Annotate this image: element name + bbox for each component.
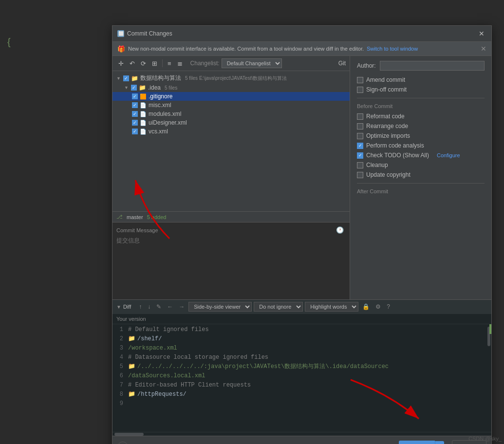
diff-viewer-select[interactable]: Side-by-side viewer [188, 302, 252, 312]
checkbox-vcs[interactable]: ✓ [132, 129, 138, 134]
git-options-panel: Author: Amend commit Sign-off commit Bef… [350, 56, 491, 299]
rearrange-label: Rearrange code [366, 123, 408, 130]
commit-dropdown-button[interactable]: ▾ [435, 441, 444, 444]
tree-item-root[interactable]: ▼ ✓ 📁 数据结构与算法 5 files E:\java\project\JA… [112, 73, 350, 83]
dialog-close-button[interactable]: ✕ [477, 29, 486, 38]
banner-text-container: 🎁 New non-modal commit interface is avai… [117, 45, 418, 53]
author-input[interactable] [380, 61, 485, 71]
banner-close-button[interactable]: ✕ [481, 45, 486, 53]
file-toolbar: ✛ ↶ ⟳ ⊞ ≡ ≣ Changelist: Default Changeli… [112, 56, 350, 71]
optimize-row: Optimize imports [357, 132, 485, 139]
diff-hscrollbar[interactable] [112, 432, 491, 436]
diff-lock-btn[interactable]: 🔒 [360, 302, 372, 311]
diff-down-btn[interactable]: ↓ [146, 302, 152, 311]
tree-hint-idea: 5 files [165, 85, 177, 91]
folder-icon-5: 📁 [128, 362, 135, 371]
amend-checkbox[interactable] [357, 77, 363, 83]
banner-text: New non-modal commit interface is availa… [128, 46, 364, 52]
reformat-checkbox[interactable] [357, 113, 363, 120]
code-line-4: # Datasource local storage ignored files [128, 353, 486, 362]
tree-label-idea: .idea [148, 84, 161, 91]
line-num-9: 9 [112, 399, 126, 408]
copyright-checkbox[interactable] [357, 172, 363, 178]
branch-name: master [127, 214, 143, 220]
changelist-label: Changelist: [190, 60, 220, 67]
tree-item-modules[interactable]: ✓ 📄 modules.xml [112, 110, 350, 118]
diff-settings-btn[interactable]: ⚙ [373, 302, 383, 311]
dialog-icon: ⬜ [117, 30, 124, 37]
commit-button[interactable]: Commit [399, 441, 434, 444]
expand-icon-root: ▼ [116, 76, 121, 81]
checkbox-modules[interactable]: ✓ [132, 111, 138, 117]
tree-item-misc[interactable]: ✓ 📄 misc.xml [112, 101, 350, 110]
diff-panel: ▼ Diff ↑ ↓ ✎ ← → Side-by-side viewer Do … [112, 299, 491, 436]
diff-toolbar: ▼ Diff ↑ ↓ ✎ ← → Side-by-side viewer Do … [112, 300, 491, 314]
collapse-btn[interactable]: ≣ [175, 59, 185, 68]
commit-btn-group: Commit ▾ [399, 441, 444, 444]
signoff-checkbox[interactable] [357, 87, 363, 93]
sep1 [162, 59, 163, 67]
tree-item-gitignore[interactable]: ✓ 🟧 .gitignore [112, 92, 350, 101]
tree-hint-root: 5 files E:\java\project\JAVATest\数据结构与算法 [185, 75, 287, 82]
configure-link[interactable]: Configure [437, 152, 460, 158]
file-icon-misc: 📄 [140, 102, 147, 109]
diff-next-btn[interactable]: → [177, 302, 187, 311]
line-num-4: 4 [112, 353, 126, 362]
tree-item-idea[interactable]: ▼ ✓ 📁 .idea 5 files [112, 83, 350, 92]
line-num-5: 5 [112, 362, 126, 371]
refresh-btn[interactable]: ⟳ [139, 59, 148, 68]
diff-scrollbar[interactable] [486, 324, 491, 432]
checkbox-misc[interactable]: ✓ [132, 102, 138, 108]
diff-help-btn[interactable]: ? [385, 302, 392, 311]
line-num-1: 1 [112, 325, 126, 334]
dialog-title: ⬜ Commit Changes [117, 30, 172, 37]
copyright-row: Update copyright [357, 171, 485, 178]
undo-btn[interactable]: ↶ [128, 59, 137, 68]
tree-item-uidesigner[interactable]: ✓ 📄 uiDesigner.xml [112, 118, 350, 127]
checkbox-gitignore[interactable]: ✓ [132, 93, 138, 99]
group-btn[interactable]: ⊞ [150, 59, 159, 68]
cleanup-row: Cleanup [357, 162, 485, 168]
git-label: Git [338, 60, 346, 67]
diff-ignore-select[interactable]: Do not ignore [254, 302, 303, 312]
help-button[interactable]: ? [117, 442, 128, 444]
checkbox-root[interactable]: ✓ [123, 75, 129, 81]
file-icon-modules: 📄 [140, 111, 147, 117]
diff-prev-btn[interactable]: ← [165, 302, 175, 311]
checkbox-uidesigner[interactable]: ✓ [132, 120, 138, 126]
cleanup-checkbox[interactable] [357, 162, 363, 168]
dialog-title-text: Commit Changes [127, 30, 172, 37]
file-icon-vcs: 📄 [140, 129, 147, 135]
add-btn[interactable]: ✛ [116, 59, 126, 68]
diff-section-label: ▼ Diff [116, 304, 131, 310]
diff-up-btn[interactable]: ↑ [137, 302, 144, 311]
line-num-3: 3 [112, 344, 126, 353]
optimize-label: Optimize imports [366, 132, 410, 139]
diff-edit-btn[interactable]: ✎ [154, 302, 163, 311]
commit-message-section: Commit Message 🕐 [112, 222, 350, 299]
info-banner: 🎁 New non-modal commit interface is avai… [112, 42, 491, 56]
dialog-titlebar: ⬜ Commit Changes ✕ [112, 26, 491, 42]
folder-icon-8: 📁 [128, 390, 135, 399]
commit-dialog: ⬜ Commit Changes ✕ 🎁 New non-modal commi… [112, 25, 492, 444]
diff-highlight-select[interactable]: Highlight words [305, 302, 358, 312]
line-num-8: 8 [112, 390, 126, 399]
file-tree[interactable]: ▼ ✓ 📁 数据结构与算法 5 files E:\java\project\JA… [112, 71, 350, 211]
todo-checkbox[interactable]: ✓ [357, 152, 363, 159]
diff-expand-icon[interactable]: ▼ [116, 304, 121, 310]
expand-btn[interactable]: ≡ [166, 59, 173, 68]
branch-icon: ⎇ [116, 214, 123, 220]
info-icon: 🎁 [117, 45, 125, 53]
switch-to-tool-link[interactable]: Switch to tool window [367, 46, 418, 52]
todo-row: ✓ Check TODO (Show All) Configure [357, 152, 485, 159]
optimize-checkbox[interactable] [357, 133, 363, 139]
checkbox-idea[interactable]: ✓ [131, 85, 137, 91]
analyze-checkbox[interactable]: ✓ [357, 143, 363, 149]
bottom-bar: ? Commit ▾ Cancel [112, 436, 491, 444]
commit-message-input[interactable] [116, 237, 346, 295]
tree-item-vcs[interactable]: ✓ 📄 vcs.xml [112, 127, 350, 136]
changelist-select[interactable]: Default Changelist [222, 58, 282, 68]
line-numbers: 1 2 3 4 5 6 7 8 9 [112, 324, 126, 432]
rearrange-checkbox[interactable] [357, 123, 363, 130]
commit-msg-history-btn[interactable]: 🕐 [334, 225, 346, 235]
